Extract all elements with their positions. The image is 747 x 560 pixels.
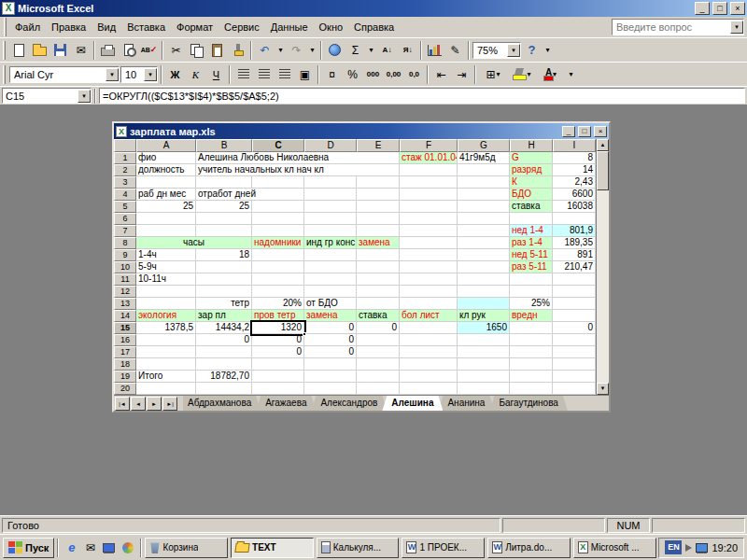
- menu-item[interactable]: Вид: [92, 19, 121, 35]
- cell-A9[interactable]: 1-4ч: [136, 249, 196, 261]
- menu-item[interactable]: Данные: [265, 19, 314, 35]
- cell-G6[interactable]: [458, 213, 510, 225]
- cell-B2[interactable]: учитель начальных кл нач кл: [196, 164, 400, 176]
- cell-D11[interactable]: [304, 273, 357, 286]
- bold-button[interactable]: Ж: [165, 64, 185, 84]
- cell-G20[interactable]: [458, 383, 510, 395]
- cell-A3[interactable]: [136, 176, 196, 189]
- cell-I15[interactable]: 0: [553, 322, 596, 334]
- cell-F6[interactable]: [400, 213, 458, 225]
- cell-C11[interactable]: [252, 273, 304, 286]
- cell-B15[interactable]: 14434,2: [196, 322, 252, 334]
- row-header-10[interactable]: 10: [114, 261, 136, 273]
- cell-A8[interactable]: часы: [136, 237, 252, 249]
- cell-H17[interactable]: [510, 346, 553, 358]
- cell-B5[interactable]: 25: [196, 201, 252, 213]
- cell-E10[interactable]: [357, 261, 400, 273]
- row-header-11[interactable]: 11: [114, 273, 136, 286]
- format-painter-button[interactable]: [228, 40, 247, 60]
- column-header-H[interactable]: H: [510, 139, 553, 152]
- menu-item[interactable]: Файл: [9, 19, 46, 35]
- cell-E9[interactable]: [357, 249, 400, 261]
- column-header-C[interactable]: C: [252, 139, 304, 152]
- cell-I5[interactable]: 16038: [553, 201, 596, 213]
- row-header-3[interactable]: 3: [114, 176, 136, 189]
- align-center-button[interactable]: [254, 64, 274, 84]
- row-header-17[interactable]: 17: [114, 346, 136, 358]
- undo-button[interactable]: ↶: [255, 40, 275, 60]
- next-sheet-button[interactable]: ►: [147, 397, 162, 411]
- cell-F10[interactable]: [400, 261, 458, 273]
- cell-D18[interactable]: [304, 358, 357, 371]
- sheet-tab[interactable]: Алешина: [382, 396, 443, 411]
- cell-B20[interactable]: [196, 383, 252, 395]
- toolbar-grip[interactable]: [3, 65, 6, 84]
- cell-E6[interactable]: [357, 213, 400, 225]
- cell-H5[interactable]: ставка: [510, 201, 553, 213]
- cell-E13[interactable]: [357, 298, 400, 310]
- sheet-tab[interactable]: Александров: [311, 396, 387, 411]
- cell-F16[interactable]: [400, 334, 458, 346]
- autosum-dropdown-button[interactable]: ▾: [366, 40, 376, 60]
- cell-H4[interactable]: БДО: [510, 189, 553, 201]
- column-header-G[interactable]: G: [458, 139, 510, 152]
- volume-icon[interactable]: [685, 544, 692, 552]
- drawing-button[interactable]: ✎: [445, 40, 465, 60]
- spelling-button[interactable]: АВ: [139, 40, 159, 60]
- cell-F13[interactable]: [400, 298, 458, 310]
- cell-B7[interactable]: [196, 225, 252, 237]
- cell-B17[interactable]: [196, 346, 252, 358]
- cell-H3[interactable]: К: [510, 176, 553, 189]
- menu-item[interactable]: Сервис: [218, 19, 265, 35]
- cell-D8[interactable]: инд гр конс: [304, 237, 357, 249]
- cell-A13[interactable]: [136, 298, 196, 310]
- sheet-tab[interactable]: Ананина: [438, 396, 494, 411]
- workbook-minimize-button[interactable]: _: [562, 126, 575, 137]
- cell-I17[interactable]: [553, 346, 596, 358]
- cell-G13[interactable]: [458, 298, 510, 310]
- cell-B11[interactable]: [196, 273, 252, 286]
- font-name-combo[interactable]: Arial Cyr ▾: [9, 66, 120, 83]
- cell-C7[interactable]: [252, 225, 304, 237]
- cell-C17[interactable]: 0: [252, 346, 304, 358]
- cell-G17[interactable]: [458, 346, 510, 358]
- cell-reference-box[interactable]: C15 ▾: [2, 88, 92, 104]
- last-sheet-button[interactable]: ►|: [162, 397, 177, 411]
- cell-B6[interactable]: [196, 213, 252, 225]
- cell-D16[interactable]: 0: [304, 334, 357, 346]
- cell-A4[interactable]: раб дн мес: [136, 189, 196, 201]
- open-button[interactable]: [30, 40, 49, 60]
- cell-E20[interactable]: [357, 383, 400, 395]
- scrollbar-track[interactable]: [597, 190, 609, 383]
- cell-C5[interactable]: [252, 201, 304, 213]
- task-button[interactable]: 1 ПРОЕК...: [402, 538, 485, 558]
- cell-A10[interactable]: 5-9ч: [136, 261, 196, 273]
- cell-D17[interactable]: 0: [304, 346, 357, 358]
- chevron-down-icon[interactable]: ▾: [144, 68, 157, 81]
- cell-H12[interactable]: [510, 286, 553, 298]
- font-color-button[interactable]: А▾: [537, 64, 565, 84]
- cell-A16[interactable]: [136, 334, 196, 346]
- chart-wizard-button[interactable]: [425, 40, 444, 60]
- cell-I4[interactable]: 6600: [553, 189, 596, 201]
- sheet-tab[interactable]: Багаутдинова: [489, 396, 568, 411]
- formula-input[interactable]: =ОКРУГЛ(($C$13*$I$4)*$B$5/$A$5;2): [99, 88, 745, 104]
- cell-G2[interactable]: [458, 164, 510, 176]
- cell-D13[interactable]: от БДО: [304, 298, 357, 310]
- cell-G15[interactable]: 1650: [458, 322, 510, 334]
- minimize-button[interactable]: _: [695, 2, 710, 15]
- cell-F12[interactable]: [400, 286, 458, 298]
- row-header-18[interactable]: 18: [114, 358, 136, 371]
- cell-D7[interactable]: [304, 225, 357, 237]
- cell-E7[interactable]: [357, 225, 400, 237]
- cell-I11[interactable]: [553, 273, 596, 286]
- task-button[interactable]: Литра.do...: [487, 538, 571, 558]
- row-header-15[interactable]: 15: [114, 322, 136, 334]
- paste-button[interactable]: [207, 40, 227, 60]
- cell-F7[interactable]: [400, 225, 458, 237]
- cell-F19[interactable]: [400, 371, 458, 383]
- zoom-combo[interactable]: 75% ▾: [472, 42, 521, 59]
- cell-A12[interactable]: [136, 286, 196, 298]
- cell-F5[interactable]: [400, 201, 458, 213]
- cell-I20[interactable]: [553, 383, 596, 395]
